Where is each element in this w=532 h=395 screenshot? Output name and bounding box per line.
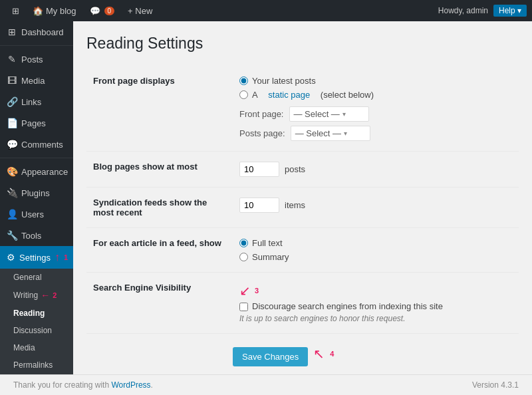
sidebar-item-appearance[interactable]: 🎨 Appearance (0, 161, 73, 182)
topbar: ⊞ 🏠 My blog 💬 0 + New Howdy, admin Help … (0, 0, 532, 21)
row-search-engine: Search Engine Visibility ↙ 3 Discourage … (86, 273, 519, 334)
version-text: Version 4.3.1 (472, 380, 519, 390)
search-engine-hint: It is up to search engines to honor this… (239, 314, 512, 323)
settings-table: Front page displays Your latest posts A … (86, 66, 519, 366)
dashboard-icon: ⊞ (7, 27, 17, 37)
sidebar-item-tools[interactable]: 🔧 Tools (0, 225, 73, 246)
arrow-4-indicator: ↖ (313, 346, 325, 362)
blog-pages-label: Blog pages show at most (86, 152, 233, 188)
search-engine-field: ↙ 3 Discourage search engines from index… (233, 273, 519, 334)
radio-summary[interactable]: Summary (239, 252, 512, 262)
front-page-select-row: Front page: — Select — ▾ (239, 106, 512, 122)
comments-link[interactable]: 💬 0 (83, 0, 122, 21)
sidebar-item-pages[interactable]: 📄 Pages (0, 112, 73, 134)
wordpress-link[interactable]: WordPress (111, 380, 150, 390)
links-icon: 🔗 (7, 96, 17, 107)
syndication-suffix: items (285, 200, 305, 210)
blog-pages-suffix: posts (285, 164, 305, 174)
submenu-media[interactable]: Media (0, 339, 73, 356)
syndication-label: Syndication feeds show the most recent (86, 188, 233, 228)
submenu-general[interactable]: General (0, 269, 73, 286)
footer-thanks: Thank you for creating with WordPress. (13, 380, 153, 390)
sidebar-item-plugins[interactable]: 🔌 Plugins (0, 182, 73, 203)
sidebar-item-dashboard[interactable]: ⊞ Dashboard (0, 21, 73, 43)
search-engine-checkbox-label: Discourage search engines from indexing … (252, 301, 443, 311)
save-row: Save Changes ↖ 4 (233, 334, 519, 367)
arrow-1: ↑ (55, 251, 60, 263)
users-icon: 👤 (7, 209, 17, 219)
pages-icon: 📄 (7, 118, 17, 128)
home-icon: 🏠 (33, 6, 43, 16)
submenu-reading[interactable]: Reading (0, 305, 73, 322)
front-page-field: Your latest posts A static page (select … (233, 66, 519, 152)
footer: Thank you for creating with WordPress. V… (0, 374, 532, 395)
annotation-2: 2 (53, 291, 57, 299)
front-page-select-arrow: ▾ (342, 110, 346, 118)
arrow-3-indicator: ↙ (239, 283, 251, 299)
radio-summary-input[interactable] (239, 253, 248, 261)
front-page-radio-group: Your latest posts A static page (select … (239, 76, 512, 100)
radio-full-text-input[interactable] (239, 239, 248, 247)
radio-static-page-input[interactable] (239, 90, 248, 99)
sidebar-item-settings[interactable]: ⚙ Settings ↑ 1 (0, 246, 73, 269)
row-save: Save Changes ↖ 4 (86, 334, 519, 367)
radio-full-text[interactable]: Full text (239, 238, 512, 248)
submenu-discussion[interactable]: Discussion (0, 322, 73, 339)
front-page-label: Front page displays (86, 66, 233, 152)
blog-pages-field: 10 posts (233, 152, 519, 188)
sidebar: ⊞ Dashboard ✎ Posts 🎞 Media 🔗 Links 📄 Pa… (0, 21, 73, 374)
posts-page-select-row: Posts page: — Select — ▾ (239, 126, 512, 141)
static-page-link[interactable]: static page (268, 90, 310, 100)
front-page-select[interactable]: — Select — ▾ (289, 106, 369, 122)
feed-label: For each article in a feed, show (86, 228, 233, 273)
howdy-text: Howdy, admin (438, 6, 488, 15)
radio-latest-posts[interactable]: Your latest posts (239, 76, 512, 86)
submenu-permalinks[interactable]: Permalinks (0, 356, 73, 374)
annotation-1: 1 (64, 253, 68, 261)
blog-name[interactable]: 🏠 My blog (26, 0, 83, 21)
sidebar-item-users[interactable]: 👤 Users (0, 203, 73, 225)
feed-radio-group: Full text Summary (239, 238, 512, 262)
sidebar-item-links[interactable]: 🔗 Links (0, 91, 73, 112)
posts-page-select-arrow: ▾ (344, 130, 347, 137)
search-engine-label: Search Engine Visibility (86, 273, 233, 334)
page-title: Reading Settings (86, 35, 519, 53)
annotation-3: 3 (255, 287, 259, 295)
feed-field: Full text Summary (233, 228, 519, 273)
syndication-field: 10 items (233, 188, 519, 228)
arrow-writing: ← (41, 290, 50, 301)
posts-page-select-label: Posts page: (239, 128, 285, 138)
row-syndication: Syndication feeds show the most recent 1… (86, 188, 519, 228)
row-front-page: Front page displays Your latest posts A … (86, 66, 519, 152)
blog-pages-input[interactable]: 10 (239, 162, 279, 177)
search-engine-checkbox-row: Discourage search engines from indexing … (239, 301, 512, 311)
annotation-4: 4 (330, 350, 334, 358)
submenu-writing[interactable]: Writing ← 2 (0, 286, 73, 305)
comment-icon: 💬 (90, 6, 100, 16)
main-content: Reading Settings Front page displays You… (73, 21, 532, 374)
radio-static-page[interactable]: A static page (select below) (239, 90, 512, 100)
front-page-select-label: Front page: (239, 109, 284, 119)
comment-badge: 0 (104, 7, 115, 15)
search-engine-checkbox[interactable] (239, 303, 248, 311)
row-blog-pages: Blog pages show at most 10 posts (86, 152, 519, 188)
tools-icon: 🔧 (7, 230, 17, 241)
appearance-icon: 🎨 (7, 166, 17, 177)
sidebar-item-posts[interactable]: ✎ Posts (0, 49, 73, 70)
media-icon: 🎞 (7, 75, 17, 86)
sidebar-item-comments[interactable]: 💬 Comments (0, 134, 73, 155)
new-button[interactable]: + New (121, 0, 159, 21)
comments-icon: 💬 (7, 139, 17, 150)
settings-icon: ⚙ (7, 252, 15, 263)
posts-icon: ✎ (7, 54, 17, 65)
sidebar-item-media[interactable]: 🎞 Media (0, 70, 73, 91)
row-feed: For each article in a feed, show Full te… (86, 228, 519, 273)
plugins-icon: 🔌 (7, 188, 17, 198)
save-button[interactable]: Save Changes (233, 347, 308, 366)
settings-submenu: General Writing ← 2 Reading Discussion M… (0, 269, 73, 374)
posts-page-select[interactable]: — Select — ▾ (291, 126, 370, 141)
wp-logo[interactable]: ⊞ (5, 0, 26, 21)
help-button[interactable]: Help ▾ (493, 5, 527, 17)
radio-latest-posts-input[interactable] (239, 76, 248, 85)
syndication-input[interactable]: 10 (239, 198, 279, 213)
